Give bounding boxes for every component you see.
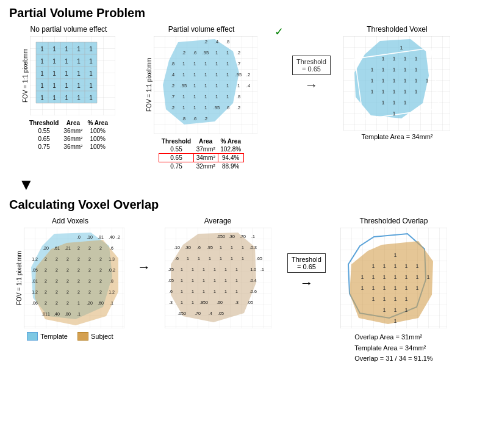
- no-pve-col-pctarea: % Area: [85, 119, 110, 127]
- svg-text:.65: .65: [256, 256, 262, 261]
- svg-text:2: 2: [56, 290, 58, 294]
- svg-text:1: 1: [361, 274, 364, 280]
- svg-text:1.2: 1.2: [32, 290, 38, 294]
- svg-text:1: 1: [65, 70, 68, 77]
- svg-text:1: 1: [415, 263, 418, 269]
- svg-text:1: 1: [40, 70, 44, 77]
- svg-text:1: 1: [220, 256, 222, 261]
- thresholded-overlap-svg: 1 1 1 1 1 1 1 1 1 1 1 1 1 1 1 1 1 1 1 1: [340, 228, 447, 328]
- svg-text:1: 1: [226, 72, 228, 78]
- svg-text:1: 1: [393, 67, 396, 73]
- svg-text:1: 1: [404, 274, 407, 280]
- down-arrow: ▼: [18, 175, 479, 194]
- svg-text:1: 1: [203, 267, 205, 272]
- template-legend-label: Template: [40, 333, 68, 340]
- svg-text:1: 1: [393, 318, 396, 324]
- threshold-arrow-area-2: Threshold = 0.65 →: [285, 217, 328, 291]
- svg-text:.2: .2: [181, 50, 185, 56]
- thresholded-svg: 1 1 1 1 1 1 1 1 1 1 1 1 1 1 1: [343, 36, 450, 131]
- svg-text:1: 1: [361, 285, 364, 291]
- add-voxels-grid: .0 .10 .81 .40 .2 .20 .61 .21 2 2 2 .6 1…: [24, 228, 124, 328]
- svg-text:2: 2: [77, 290, 80, 294]
- svg-text:2: 2: [45, 268, 47, 272]
- svg-text:1: 1: [77, 301, 80, 305]
- svg-text:.6: .6: [169, 289, 173, 294]
- svg-text:1: 1: [393, 110, 396, 117]
- svg-text:1: 1: [404, 67, 407, 73]
- panel-average: Average .050 .30 .70 .1 .10 .30 .6 .95: [157, 217, 279, 328]
- svg-text:1: 1: [215, 94, 217, 99]
- table-row: 0.65 36mm² 100%: [27, 135, 110, 143]
- threshold-label: Threshold = 0.65: [292, 56, 331, 75]
- svg-text:1: 1: [426, 78, 429, 84]
- svg-text:2: 2: [88, 257, 91, 261]
- svg-text:1: 1: [77, 70, 81, 77]
- table-row-highlighted: 0.65 34mm² 94.4%: [159, 154, 243, 162]
- table-row: 0.75 32mm² 88.9%: [159, 162, 243, 171]
- table-row: 0.55 37mm² 102.8%: [159, 145, 243, 154]
- svg-text:1: 1: [182, 61, 184, 67]
- svg-text:.01: .01: [32, 279, 38, 283]
- svg-text:1: 1: [214, 267, 216, 272]
- checkmark-icon: ✓: [274, 25, 284, 38]
- svg-text:1: 1: [193, 83, 195, 89]
- pve-grid: .2 .4 .8 .2 .6 .95 1 1 .2 .8 1 1 1 1: [154, 36, 257, 134]
- thresholded-grid-wrap: 1 1 1 1 1 1 1 1 1 1 1 1 1 1 1: [343, 36, 450, 131]
- svg-text:2: 2: [99, 246, 102, 250]
- table-row: 0.55 36mm² 100%: [27, 127, 110, 135]
- svg-text:1: 1: [404, 89, 407, 95]
- svg-text:1: 1: [242, 245, 244, 250]
- svg-text:.0.3: .0.3: [249, 245, 257, 250]
- svg-text:.0.4: .0.4: [249, 278, 257, 283]
- svg-text:1: 1: [192, 267, 194, 272]
- svg-text:1: 1: [52, 70, 56, 77]
- no-pve-col-area: Area: [61, 119, 85, 127]
- svg-text:1: 1: [415, 285, 418, 291]
- svg-text:2: 2: [99, 268, 102, 272]
- svg-text:1: 1: [382, 285, 386, 291]
- svg-text:1: 1: [52, 95, 56, 101]
- svg-text:1: 1: [415, 274, 418, 280]
- overlap-area-stat: Overlap Area = 31mm²: [354, 332, 432, 343]
- pve-table-area: Threshold Area % Area 0.55 37mm² 102.8% …: [159, 137, 243, 170]
- svg-text:1: 1: [226, 50, 228, 56]
- svg-text:1: 1: [382, 274, 386, 280]
- svg-text:1: 1: [181, 278, 183, 283]
- arrow-right-1: →: [137, 217, 151, 275]
- svg-text:1: 1: [224, 289, 227, 294]
- panel-pve-title: Partial volume effect: [168, 25, 235, 34]
- svg-text:1: 1: [77, 58, 81, 65]
- svg-text:2: 2: [56, 301, 58, 305]
- svg-text:2: 2: [99, 290, 102, 294]
- svg-text:.2: .2: [117, 235, 120, 239]
- svg-text:.10: .10: [174, 245, 180, 250]
- svg-text:.06: .06: [32, 301, 38, 305]
- svg-text:1: 1: [415, 89, 418, 95]
- svg-text:.21: .21: [65, 246, 71, 250]
- svg-text:.05: .05: [168, 278, 174, 283]
- svg-text:1: 1: [415, 56, 418, 62]
- svg-text:1: 1: [182, 105, 184, 110]
- main-title: Partial Volume Problem: [9, 6, 479, 20]
- svg-text:1: 1: [193, 61, 195, 67]
- svg-text:2: 2: [66, 290, 69, 294]
- svg-text:1: 1: [220, 245, 222, 250]
- svg-text:.7: .7: [236, 61, 240, 67]
- svg-text:1: 1: [182, 72, 184, 78]
- svg-text:1: 1: [226, 94, 228, 99]
- svg-text:.950: .950: [199, 300, 208, 305]
- template-legend-box: [27, 332, 38, 341]
- svg-text:1: 1: [215, 83, 217, 89]
- svg-text:1: 1: [382, 99, 385, 106]
- svg-text:1: 1: [192, 289, 194, 294]
- svg-text:1: 1: [40, 46, 44, 52]
- svg-text:1: 1: [215, 72, 217, 78]
- add-voxels-grid-wrap: FOV = 1:1 pixel:mm: [16, 228, 124, 328]
- pve-table: Threshold Area % Area 0.55 37mm² 102.8% …: [159, 137, 243, 170]
- svg-text:.0: .0: [77, 235, 81, 239]
- add-voxels-svg: .0 .10 .81 .40 .2 .20 .61 .21 2 2 2 .6 1…: [24, 228, 124, 328]
- svg-text:1: 1: [65, 46, 68, 52]
- svg-text:1: 1: [77, 95, 81, 101]
- pve-y-label: FOV = 1:1 pixel:mm: [146, 36, 152, 134]
- svg-text:.1: .1: [77, 312, 81, 316]
